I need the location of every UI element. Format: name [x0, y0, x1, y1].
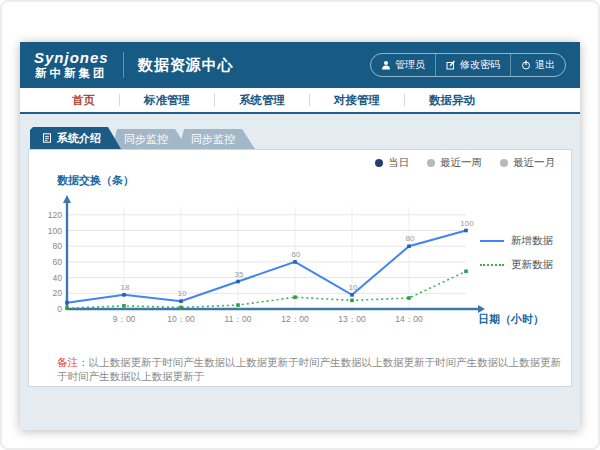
user-menu-button[interactable]: 管理员 — [371, 54, 435, 76]
time-range-filters: 当日 最近一周 最近一月 — [375, 156, 555, 170]
brand-logo-cn: 新中新集团 — [34, 67, 109, 80]
svg-text:12：00: 12：00 — [281, 314, 309, 324]
svg-text:9：00: 9：00 — [113, 314, 136, 324]
chart-panel: 当日 最近一周 最近一月 数据交换（条） 9：0010：0011：0012：00… — [28, 149, 572, 387]
brand-logo: Synjones 新中新集团 — [34, 50, 109, 79]
legend-item-new-data: 新增数据 — [480, 234, 553, 248]
user-toolbar: 管理员 修改密码 退出 — [370, 53, 566, 77]
svg-text:10：00: 10：00 — [167, 314, 195, 324]
svg-text:35: 35 — [235, 270, 244, 279]
filter-last-week[interactable]: 最近一周 — [427, 156, 482, 170]
change-password-label: 修改密码 — [460, 58, 500, 72]
svg-text:60: 60 — [53, 257, 63, 267]
document-icon — [42, 133, 52, 143]
svg-text:10: 10 — [349, 283, 358, 292]
radio-dot-icon — [427, 159, 435, 167]
svg-text:40: 40 — [53, 273, 63, 283]
footnote: 备注：以上数据更新于时间产生数据以上数据更新于时间产生数据以上数据更新于时间产生… — [57, 356, 571, 384]
svg-text:120: 120 — [48, 210, 62, 220]
legend-item-updated-data: 更新数据 — [480, 258, 553, 272]
nav-item-data-changes[interactable]: 数据异动 — [405, 94, 499, 106]
y-axis-title: 数据交换（条） — [57, 173, 134, 188]
dotted-line-icon — [480, 264, 504, 266]
logout-button[interactable]: 退出 — [510, 54, 565, 76]
footnote-label: 备注： — [57, 356, 89, 368]
svg-text:日期（小时）: 日期（小时） — [478, 313, 544, 326]
app-title: 数据资源中心 — [138, 56, 234, 75]
radio-dot-icon — [500, 159, 508, 167]
tab-system-intro[interactable]: 系统介绍 — [30, 127, 121, 149]
tab-label: 系统介绍 — [57, 131, 101, 146]
tab-label: 同步监控 — [124, 132, 168, 147]
svg-text:100: 100 — [48, 226, 62, 236]
app-header: Synjones 新中新集团 数据资源中心 管理员 修改密码 — [20, 42, 580, 88]
legend-label: 更新数据 — [511, 258, 553, 272]
tab-sync-monitor-2[interactable]: 同步监控 — [179, 129, 255, 149]
change-password-button[interactable]: 修改密码 — [435, 54, 510, 76]
footnote-text: 以上数据更新于时间产生数据以上数据更新于时间产生数据以上数据更新于时间产生数据以… — [57, 356, 561, 382]
svg-text:13：00: 13：00 — [338, 314, 366, 324]
logout-label: 退出 — [535, 58, 555, 72]
filter-label: 最近一周 — [440, 156, 482, 170]
user-label: 管理员 — [395, 58, 425, 72]
nav-item-system-mgmt[interactable]: 系统管理 — [215, 94, 310, 106]
svg-text:100: 100 — [460, 219, 474, 228]
filter-today[interactable]: 当日 — [375, 156, 409, 170]
user-icon — [381, 60, 391, 70]
solid-line-icon — [480, 240, 504, 242]
svg-text:10: 10 — [178, 289, 187, 298]
svg-text:0: 0 — [57, 304, 62, 314]
filter-label: 最近一月 — [513, 156, 555, 170]
svg-text:80: 80 — [53, 241, 63, 251]
radio-dot-icon — [375, 159, 383, 167]
page: Synjones 新中新集团 数据资源中心 管理员 修改密码 — [20, 42, 580, 430]
svg-text:60: 60 — [292, 250, 301, 259]
nav-item-integration-mgmt[interactable]: 对接管理 — [310, 94, 405, 106]
svg-text:18: 18 — [121, 283, 130, 292]
svg-text:20: 20 — [53, 288, 63, 298]
power-icon — [521, 60, 531, 70]
tab-label: 同步监控 — [191, 132, 235, 147]
brand-logo-en: Synjones — [34, 50, 109, 67]
svg-text:80: 80 — [406, 234, 415, 243]
nav-item-home[interactable]: 首页 — [48, 94, 120, 106]
svg-text:11：00: 11：00 — [225, 314, 252, 324]
header-divider — [123, 52, 124, 78]
chart-legend: 新增数据 更新数据 — [480, 234, 553, 282]
tab-bar: 系统介绍 同步监控 同步监控 — [30, 127, 580, 149]
main-nav: 首页 标准管理 系统管理 对接管理 数据异动 — [20, 88, 580, 114]
filter-last-month[interactable]: 最近一月 — [500, 156, 555, 170]
nav-item-standard-mgmt[interactable]: 标准管理 — [120, 94, 215, 106]
svg-text:14：00: 14：00 — [395, 314, 423, 324]
tab-sync-monitor-1[interactable]: 同步监控 — [112, 129, 188, 149]
legend-label: 新增数据 — [511, 234, 553, 248]
edit-icon — [446, 60, 456, 70]
filter-label: 当日 — [388, 156, 409, 170]
